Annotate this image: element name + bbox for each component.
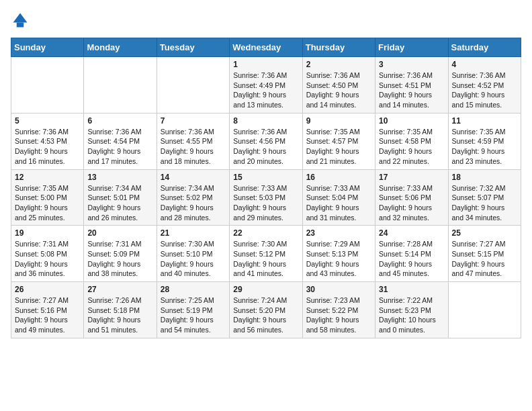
calendar-day-cell: 30Sunrise: 7:23 AM Sunset: 5:22 PM Dayli… (302, 282, 375, 338)
day-info: Sunrise: 7:27 AM Sunset: 5:15 PM Dayligh… (452, 239, 517, 279)
calendar-week-row: 26Sunrise: 7:27 AM Sunset: 5:16 PM Dayli… (11, 282, 521, 338)
day-number: 4 (452, 60, 517, 69)
calendar-day-cell: 6Sunrise: 7:36 AM Sunset: 4:54 PM Daylig… (84, 113, 157, 169)
day-info: Sunrise: 7:35 AM Sunset: 4:58 PM Dayligh… (379, 127, 444, 167)
calendar-day-cell: 1Sunrise: 7:36 AM Sunset: 4:49 PM Daylig… (230, 57, 302, 113)
calendar-day-cell: 4Sunrise: 7:36 AM Sunset: 4:52 PM Daylig… (448, 57, 521, 113)
day-number: 3 (379, 60, 444, 69)
calendar-week-row: 12Sunrise: 7:35 AM Sunset: 5:00 PM Dayli… (11, 169, 521, 226)
day-info: Sunrise: 7:31 AM Sunset: 5:09 PM Dayligh… (87, 239, 152, 279)
weekday-header-saturday: Saturday (448, 38, 521, 57)
day-number: 26 (15, 285, 80, 294)
calendar-empty-cell (157, 57, 229, 113)
day-number: 18 (452, 173, 517, 182)
calendar-day-cell: 23Sunrise: 7:29 AM Sunset: 5:13 PM Dayli… (302, 226, 375, 282)
calendar-week-row: 5Sunrise: 7:36 AM Sunset: 4:53 PM Daylig… (11, 113, 521, 169)
day-info: Sunrise: 7:34 AM Sunset: 5:02 PM Dayligh… (161, 183, 226, 223)
day-number: 14 (161, 173, 226, 182)
calendar-day-cell: 18Sunrise: 7:32 AM Sunset: 5:07 PM Dayli… (448, 169, 521, 226)
calendar-day-cell: 29Sunrise: 7:24 AM Sunset: 5:20 PM Dayli… (230, 282, 302, 338)
day-info: Sunrise: 7:36 AM Sunset: 4:53 PM Dayligh… (15, 127, 80, 167)
calendar-day-cell: 27Sunrise: 7:26 AM Sunset: 5:18 PM Dayli… (84, 282, 157, 338)
weekday-header-friday: Friday (375, 38, 448, 57)
day-info: Sunrise: 7:36 AM Sunset: 4:51 PM Dayligh… (379, 71, 444, 110)
calendar-day-cell: 21Sunrise: 7:30 AM Sunset: 5:10 PM Dayli… (157, 226, 229, 282)
day-info: Sunrise: 7:36 AM Sunset: 4:49 PM Dayligh… (233, 71, 298, 110)
calendar-day-cell: 14Sunrise: 7:34 AM Sunset: 5:02 PM Dayli… (157, 169, 229, 226)
calendar-table: SundayMondayTuesdayWednesdayThursdayFrid… (11, 38, 521, 338)
day-number: 12 (15, 173, 80, 182)
weekday-header-monday: Monday (84, 38, 157, 57)
day-number: 28 (161, 285, 226, 294)
calendar-day-cell: 19Sunrise: 7:31 AM Sunset: 5:08 PM Dayli… (11, 226, 84, 282)
day-number: 19 (15, 228, 80, 238)
day-info: Sunrise: 7:30 AM Sunset: 5:10 PM Dayligh… (161, 239, 226, 279)
calendar-empty-cell (448, 282, 521, 338)
calendar-empty-cell (11, 57, 84, 113)
day-number: 23 (306, 228, 371, 238)
day-info: Sunrise: 7:36 AM Sunset: 4:50 PM Dayligh… (306, 71, 371, 110)
day-info: Sunrise: 7:28 AM Sunset: 5:14 PM Dayligh… (379, 239, 444, 279)
day-info: Sunrise: 7:25 AM Sunset: 5:19 PM Dayligh… (161, 295, 226, 335)
day-info: Sunrise: 7:31 AM Sunset: 5:08 PM Dayligh… (15, 239, 80, 279)
calendar-day-cell: 5Sunrise: 7:36 AM Sunset: 4:53 PM Daylig… (11, 113, 84, 169)
calendar-day-cell: 16Sunrise: 7:33 AM Sunset: 5:04 PM Dayli… (302, 169, 375, 226)
day-number: 25 (452, 228, 517, 238)
day-number: 8 (233, 116, 298, 126)
day-info: Sunrise: 7:35 AM Sunset: 4:59 PM Dayligh… (452, 127, 517, 167)
calendar-day-cell: 28Sunrise: 7:25 AM Sunset: 5:19 PM Dayli… (157, 282, 229, 338)
day-number: 9 (306, 116, 371, 126)
weekday-header-tuesday: Tuesday (157, 38, 229, 57)
day-info: Sunrise: 7:33 AM Sunset: 5:04 PM Dayligh… (306, 183, 371, 223)
calendar-day-cell: 25Sunrise: 7:27 AM Sunset: 5:15 PM Dayli… (448, 226, 521, 282)
day-number: 31 (379, 285, 444, 294)
day-number: 1 (233, 60, 298, 69)
calendar-day-cell: 31Sunrise: 7:22 AM Sunset: 5:23 PM Dayli… (375, 282, 448, 338)
day-info: Sunrise: 7:36 AM Sunset: 4:55 PM Dayligh… (161, 127, 226, 167)
day-number: 7 (161, 116, 226, 126)
calendar-day-cell: 13Sunrise: 7:34 AM Sunset: 5:01 PM Dayli… (84, 169, 157, 226)
day-info: Sunrise: 7:36 AM Sunset: 4:54 PM Dayligh… (87, 127, 152, 167)
day-info: Sunrise: 7:24 AM Sunset: 5:20 PM Dayligh… (233, 295, 298, 335)
day-info: Sunrise: 7:33 AM Sunset: 5:03 PM Dayligh… (233, 183, 298, 223)
day-number: 27 (87, 285, 152, 294)
weekday-header-thursday: Thursday (302, 38, 375, 57)
calendar-day-cell: 12Sunrise: 7:35 AM Sunset: 5:00 PM Dayli… (11, 169, 84, 226)
day-info: Sunrise: 7:26 AM Sunset: 5:18 PM Dayligh… (87, 295, 152, 335)
calendar-day-cell: 20Sunrise: 7:31 AM Sunset: 5:09 PM Dayli… (84, 226, 157, 282)
day-info: Sunrise: 7:35 AM Sunset: 4:57 PM Dayligh… (306, 127, 371, 167)
day-number: 15 (233, 173, 298, 182)
calendar-day-cell: 7Sunrise: 7:36 AM Sunset: 4:55 PM Daylig… (157, 113, 229, 169)
calendar-day-cell: 26Sunrise: 7:27 AM Sunset: 5:16 PM Dayli… (11, 282, 84, 338)
day-number: 16 (306, 173, 371, 182)
day-info: Sunrise: 7:36 AM Sunset: 4:52 PM Dayligh… (452, 71, 517, 110)
day-number: 29 (233, 285, 298, 294)
calendar-day-cell: 3Sunrise: 7:36 AM Sunset: 4:51 PM Daylig… (375, 57, 448, 113)
day-info: Sunrise: 7:22 AM Sunset: 5:23 PM Dayligh… (379, 295, 444, 335)
page-header (11, 11, 521, 30)
day-info: Sunrise: 7:33 AM Sunset: 5:06 PM Dayligh… (379, 183, 444, 223)
day-number: 24 (379, 228, 444, 238)
day-number: 22 (233, 228, 298, 238)
day-number: 20 (87, 228, 152, 238)
calendar-day-cell: 8Sunrise: 7:36 AM Sunset: 4:56 PM Daylig… (230, 113, 302, 169)
day-info: Sunrise: 7:32 AM Sunset: 5:07 PM Dayligh… (452, 183, 517, 223)
calendar-day-cell: 24Sunrise: 7:28 AM Sunset: 5:14 PM Dayli… (375, 226, 448, 282)
day-number: 17 (379, 173, 444, 182)
day-info: Sunrise: 7:29 AM Sunset: 5:13 PM Dayligh… (306, 239, 371, 279)
logo (11, 11, 32, 30)
calendar-day-cell: 11Sunrise: 7:35 AM Sunset: 4:59 PM Dayli… (448, 113, 521, 169)
day-number: 11 (452, 116, 517, 126)
calendar-day-cell: 2Sunrise: 7:36 AM Sunset: 4:50 PM Daylig… (302, 57, 375, 113)
day-number: 21 (161, 228, 226, 238)
calendar-week-row: 19Sunrise: 7:31 AM Sunset: 5:08 PM Dayli… (11, 226, 521, 282)
calendar-day-cell: 10Sunrise: 7:35 AM Sunset: 4:58 PM Dayli… (375, 113, 448, 169)
calendar-empty-cell (84, 57, 157, 113)
day-number: 2 (306, 60, 371, 69)
day-number: 30 (306, 285, 371, 294)
day-info: Sunrise: 7:23 AM Sunset: 5:22 PM Dayligh… (306, 295, 371, 335)
calendar-week-row: 1Sunrise: 7:36 AM Sunset: 4:49 PM Daylig… (11, 57, 521, 113)
calendar-day-cell: 17Sunrise: 7:33 AM Sunset: 5:06 PM Dayli… (375, 169, 448, 226)
calendar-day-cell: 22Sunrise: 7:30 AM Sunset: 5:12 PM Dayli… (230, 226, 302, 282)
weekday-header-row: SundayMondayTuesdayWednesdayThursdayFrid… (11, 38, 521, 57)
